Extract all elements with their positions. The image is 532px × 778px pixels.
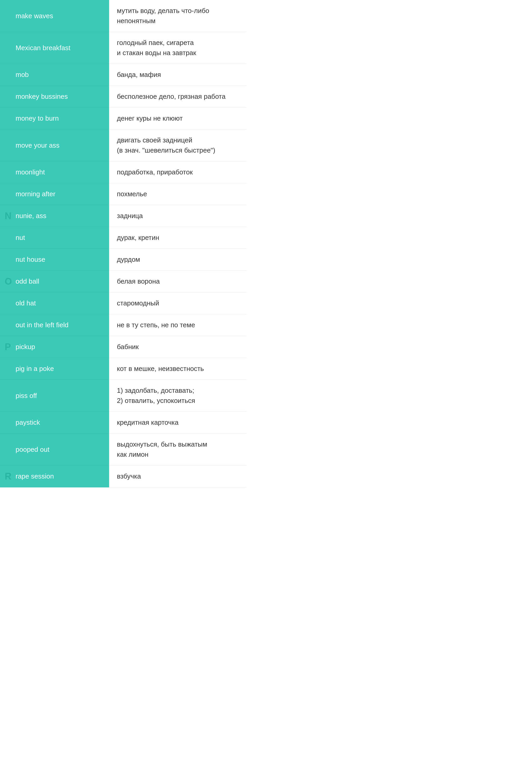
- ru-term: банда, мафия: [117, 70, 161, 80]
- entry-row: Mexican breakfastголодный паек, сигарета…: [0, 32, 247, 64]
- left-cell: Nnunie, ass: [0, 205, 109, 227]
- entry-row: nut houseдурдом: [0, 249, 247, 270]
- left-cell: old hat: [0, 293, 109, 314]
- ru-term: кредитная карточка: [117, 417, 178, 427]
- entry-row: piss off1) задолбать, доставать;2) отвал…: [0, 380, 247, 412]
- en-term: moonlight: [16, 168, 45, 176]
- letter-marker: P: [5, 341, 11, 353]
- en-term: pooped out: [16, 446, 50, 454]
- en-term: rape session: [16, 472, 54, 480]
- ru-term: двигать своей задницей(в знач. "шевелить…: [117, 135, 215, 155]
- left-cell: pooped out: [0, 434, 109, 466]
- entry-row: move your assдвигать своей задницей(в зн…: [0, 130, 247, 161]
- left-cell: make waves: [0, 0, 109, 32]
- ru-term: задница: [117, 211, 143, 221]
- right-cell: кот в мешке, неизвестность: [109, 358, 247, 380]
- ru-term: мутить воду, делать что-либонепонятным: [117, 6, 209, 26]
- en-term: money to burn: [16, 114, 59, 123]
- en-term: paystick: [16, 418, 40, 426]
- letter-marker: N: [5, 211, 11, 222]
- right-cell: голодный паек, сигаретаи стакан воды на …: [109, 32, 247, 64]
- entry-row: out in the left fieldне в ту степь, не п…: [0, 314, 247, 336]
- left-cell: piss off: [0, 380, 109, 412]
- ru-term: выдохнуться, быть выжатымкак лимон: [117, 439, 207, 460]
- entry-row: pooped outвыдохнуться, быть выжатымкак л…: [0, 434, 247, 466]
- left-cell: morning after: [0, 183, 109, 205]
- right-cell: не в ту степь, не по теме: [109, 314, 247, 336]
- entry-row: make wavesмутить воду, делать что-либоне…: [0, 0, 247, 32]
- entry-row: money to burnденег куры не клюют: [0, 107, 247, 130]
- left-cell: pig in a poke: [0, 358, 109, 380]
- right-cell: кредитная карточка: [109, 412, 247, 434]
- en-term: old hat: [16, 299, 36, 307]
- en-term: piss off: [16, 392, 37, 400]
- ru-term: дурак, кретин: [117, 233, 159, 243]
- right-cell: взбучка: [109, 466, 247, 487]
- ru-term: голодный паек, сигаретаи стакан воды на …: [117, 38, 196, 58]
- left-cell: out in the left field: [0, 314, 109, 336]
- ru-term: бабник: [117, 342, 139, 352]
- letter-marker: O: [5, 276, 12, 287]
- left-cell: paystick: [0, 412, 109, 434]
- en-term: nut: [16, 234, 25, 242]
- right-cell: бесполезное дело, грязная работа: [109, 86, 247, 107]
- entry-row: paystickкредитная карточка: [0, 412, 247, 434]
- en-term: mob: [16, 71, 29, 79]
- left-cell: Ppickup: [0, 336, 109, 358]
- entry-row: Oodd ballбелая ворона: [0, 270, 247, 293]
- en-term: odd ball: [16, 278, 39, 286]
- en-term: pig in a poke: [16, 365, 54, 373]
- right-cell: бабник: [109, 336, 247, 358]
- ru-term: старомодный: [117, 298, 159, 308]
- ru-term: взбучка: [117, 471, 141, 481]
- entry-row: old hatстаромодный: [0, 293, 247, 314]
- en-term: make waves: [16, 12, 53, 20]
- right-cell: мутить воду, делать что-либонепонятным: [109, 0, 247, 32]
- en-term: out in the left field: [16, 321, 69, 329]
- left-cell: nut house: [0, 249, 109, 270]
- entry-row: pig in a pokeкот в мешке, неизвестность: [0, 358, 247, 380]
- ru-term: подработка, приработок: [117, 167, 193, 177]
- entry-row: Ppickupбабник: [0, 336, 247, 358]
- ru-term: 1) задолбать, доставать;2) отвалить, усп…: [117, 386, 195, 406]
- entry-row: mobбанда, мафия: [0, 64, 247, 86]
- right-cell: старомодный: [109, 293, 247, 314]
- ru-term: дурдом: [117, 254, 140, 264]
- entry-row: moonlightподработка, приработок: [0, 161, 247, 183]
- letter-marker: R: [5, 471, 11, 482]
- right-cell: выдохнуться, быть выжатымкак лимон: [109, 434, 247, 466]
- right-cell: 1) задолбать, доставать;2) отвалить, усп…: [109, 380, 247, 412]
- en-term: pickup: [16, 343, 35, 351]
- ru-term: бесполезное дело, грязная работа: [117, 91, 226, 102]
- ru-term: не в ту степь, не по теме: [117, 320, 195, 330]
- dictionary-container: make wavesмутить воду, делать что-либоне…: [0, 0, 247, 487]
- en-term: move your ass: [16, 141, 60, 149]
- left-cell: nut: [0, 227, 109, 249]
- entry-row: morning afterпохмелье: [0, 183, 247, 205]
- en-term: monkey bussines: [16, 92, 68, 100]
- entry-row: nutдурак, кретин: [0, 227, 247, 249]
- ru-term: похмелье: [117, 189, 147, 199]
- right-cell: денег куры не клюют: [109, 107, 247, 130]
- right-cell: белая ворона: [109, 270, 247, 293]
- right-cell: задница: [109, 205, 247, 227]
- left-cell: Rrape session: [0, 466, 109, 487]
- ru-term: денег куры не клюют: [117, 113, 183, 124]
- left-cell: Mexican breakfast: [0, 32, 109, 64]
- right-cell: двигать своей задницей(в знач. "шевелить…: [109, 130, 247, 161]
- left-cell: monkey bussines: [0, 86, 109, 107]
- entry-row: Nnunie, assзадница: [0, 205, 247, 227]
- left-cell: move your ass: [0, 130, 109, 161]
- right-cell: похмелье: [109, 183, 247, 205]
- right-cell: дурдом: [109, 249, 247, 270]
- entry-row: Rrape sessionвзбучка: [0, 466, 247, 487]
- ru-term: белая ворона: [117, 276, 160, 287]
- en-term: nunie, ass: [16, 212, 47, 220]
- ru-term: кот в мешке, неизвестность: [117, 364, 204, 374]
- en-term: morning after: [16, 190, 55, 198]
- en-term: nut house: [16, 255, 45, 263]
- left-cell: money to burn: [0, 107, 109, 130]
- left-cell: Oodd ball: [0, 270, 109, 293]
- right-cell: подработка, приработок: [109, 161, 247, 183]
- entry-row: monkey bussinesбесполезное дело, грязная…: [0, 86, 247, 107]
